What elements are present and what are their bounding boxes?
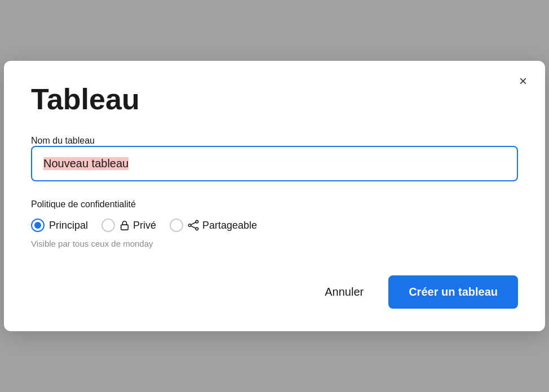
- radio-option-prive[interactable]: Privé: [101, 219, 156, 232]
- svg-line-5: [191, 226, 196, 228]
- privacy-label: Politique de confidentialité: [31, 199, 518, 210]
- radio-label-principal: Principal: [49, 220, 88, 231]
- radio-label-prive: Privé: [119, 220, 156, 231]
- radio-inner-principal: [34, 222, 41, 229]
- radio-label-partageable: Partageable: [188, 220, 257, 231]
- cancel-button[interactable]: Annuler: [313, 279, 375, 305]
- create-button[interactable]: Créer un tableau: [388, 275, 518, 309]
- svg-point-3: [188, 224, 191, 227]
- radio-outer-prive: [101, 219, 115, 232]
- visibility-hint: Visible par tous ceux de monday: [31, 239, 518, 248]
- radio-option-principal[interactable]: Principal: [31, 219, 88, 232]
- radio-outer-principal: [31, 219, 45, 232]
- svg-rect-0: [121, 225, 129, 230]
- close-button[interactable]: ×: [515, 72, 532, 90]
- svg-line-4: [191, 222, 196, 225]
- modal-overlay: × Tableau Nom du tableau Politique de co…: [0, 0, 549, 392]
- radio-option-partageable[interactable]: Partageable: [170, 219, 257, 232]
- name-field-label: Nom du tableau: [31, 136, 95, 145]
- modal-title: Tableau: [31, 83, 518, 115]
- radio-outer-partageable: [170, 219, 183, 232]
- svg-point-2: [196, 228, 198, 230]
- privacy-radio-group: Principal Privé: [31, 219, 518, 232]
- board-name-input[interactable]: [31, 146, 518, 181]
- svg-point-1: [196, 220, 198, 223]
- modal-dialog: × Tableau Nom du tableau Politique de co…: [4, 61, 545, 331]
- lock-icon: [119, 220, 130, 230]
- modal-footer: Annuler Créer un tableau: [31, 275, 518, 309]
- share-icon: [188, 220, 199, 231]
